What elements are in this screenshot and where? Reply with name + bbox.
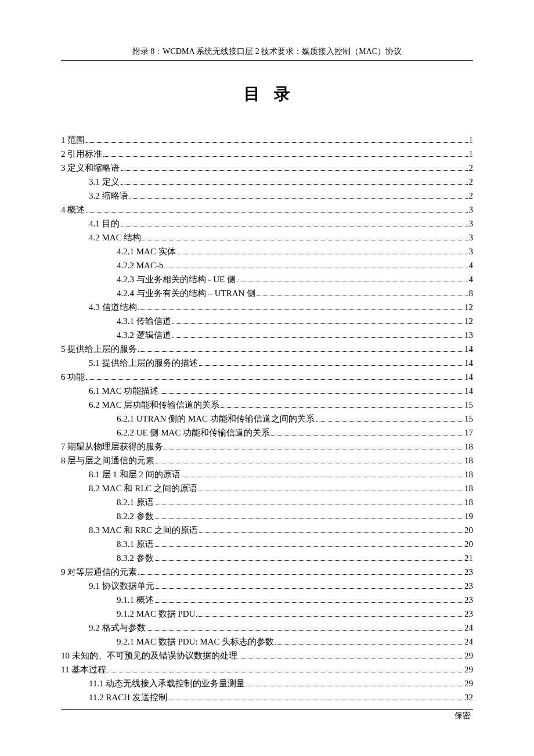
toc-entry-label: 4.3.2 逻辑信道 [117,328,171,342]
toc-entry-page: 17 [464,426,473,440]
toc-entry-page: 15 [464,398,473,412]
toc-entry: 4.2 MAC 结构3 [61,231,473,244]
toc-leader-dots [164,268,467,268]
toc-leader-dots [107,672,463,672]
toc-entry-page: 1 [469,147,474,161]
toc-entry: 4.1 目的3 [61,217,473,231]
toc-entry-label: 9.1 协议数据单元 [89,579,154,593]
toc-leader-dots [160,393,463,394]
toc-entry-label: 4.2 MAC 结构 [89,231,141,244]
toc-entry-label: 3.1 定义 [89,175,120,189]
toc-entry: 3 定义和缩略语2 [61,161,473,175]
toc-entry-label: 6.1 MAC 功能描述 [89,384,158,398]
footer-area: 保密 [61,705,473,721]
toc-entry: 8.2.2 参数19 [61,509,473,523]
toc-entry-label: 10 未知的、不可预见的及错误协议数据的处理 [61,649,237,663]
toc-entry: 9.2 格式与参数24 [61,621,473,635]
page-header: 附录 8：WCDMA 系统无线接口层 2 技术要求：媒质接入控制（MAC）协议 [61,46,473,59]
toc-entry-label: 4.2.4 与业务有关的结构 – UTRAN 侧 [117,286,255,300]
toc-entry-page: 12 [464,314,473,328]
toc-title: 目录 [61,83,473,105]
toc-entry-label: 8.3.1 原语 [117,537,154,551]
toc-entry-label: 4.2.2 MAC-b [117,258,163,272]
toc-leader-dots [138,574,463,575]
toc-entry-label: 6.2.1 UTRAN 侧的 MAC 功能和传输信道之间的关系 [117,412,315,426]
toc-entry: 8.2 MAC 和 RLC 之间的原语18 [61,481,473,495]
toc-leader-dots [172,337,463,338]
toc-entry: 6.1 MAC 功能描述14 [61,384,473,398]
toc-leader-dots [316,421,463,422]
toc-leader-dots [156,588,464,589]
toc-leader-dots [275,644,463,645]
toc-entry-label: 7 期望从物理层获得的服务 [61,440,163,453]
toc-entry-label: 6 功能 [61,370,85,384]
toc-entry-page: 14 [464,342,473,356]
toc-entry-label: 3.2 缩略语 [89,189,128,203]
toc-entry-page: 19 [464,509,473,523]
toc-leader-dots [199,532,463,533]
toc-entry: 6.2 MAC 层功能和传输信道的关系15 [61,398,473,412]
toc-entry-page: 24 [464,621,473,635]
toc-entry-page: 29 [464,676,473,690]
toc-entry-page: 8 [469,286,474,300]
footer-rule [61,709,473,710]
toc-leader-dots [147,630,464,631]
toc-entry-page: 23 [464,593,473,607]
toc-leader-dots [142,240,467,240]
toc-entry: 11.1 动态无线接入承载控制的业务量测量29 [61,676,473,690]
toc-leader-dots [138,309,464,310]
toc-entry-label: 4.2.3 与业务相关的结构 - UE 侧 [117,272,236,286]
toc-entry-page: 18 [464,440,473,453]
toc-entry-label: 8.1 层 1 和层 2 间的原语 [89,467,181,481]
toc-leader-dots [199,491,463,491]
toc-leader-dots [155,505,463,505]
toc-entry-label: 8.2.1 原语 [117,495,154,509]
toc-leader-dots [246,686,463,686]
toc-leader-dots [199,365,464,366]
toc-entry-page: 20 [464,523,473,537]
toc-entry-page: 32 [464,690,473,704]
toc-entry-label: 9.2 格式与参数 [89,621,146,635]
toc-leader-dots [121,184,468,185]
toc-entry-label: 11.2 RACH 发送控制 [89,690,167,704]
toc-entry-page: 23 [464,579,473,593]
toc-entry: 4.2.3 与业务相关的结构 - UE 侧4 [61,272,473,286]
toc-entry: 3.1 定义2 [61,175,473,189]
toc-leader-dots [155,602,463,603]
toc-entry-label: 8.3 MAC 和 RRC 之间的原语 [89,523,198,537]
toc-leader-dots [138,351,463,352]
toc-leader-dots [86,142,467,143]
toc-entry: 4.2.2 MAC-b4 [61,258,473,272]
toc-entry-label: 4.2.1 MAC 实体 [117,244,176,258]
toc-entry-page: 13 [464,328,473,342]
toc-leader-dots [156,463,463,463]
toc-entry: 9 对等层通信的元素23 [61,565,473,579]
header-rule [61,60,473,61]
toc-entry-label: 4.3 信道结构 [89,300,137,314]
document-page: 附录 8：WCDMA 系统无线接口层 2 技术要求：媒质接入控制（MAC）协议 … [0,0,534,756]
toc-entry-page: 18 [464,453,473,467]
toc-entry: 8.3.2 参数21 [61,551,473,565]
toc-leader-dots [164,449,463,449]
toc-leader-dots [271,435,463,435]
toc-entry-label: 9.1.1 概述 [117,593,154,607]
toc-leader-dots [121,170,467,171]
toc-entry: 2 引用标准1 [61,147,473,161]
toc-leader-dots [121,226,468,226]
toc-entry-page: 23 [464,565,473,579]
toc-entry-label: 1 范围 [61,133,85,147]
toc-entry-label: 2 引用标准 [61,147,102,161]
toc-entry-label: 8.2 MAC 和 RLC 之间的原语 [89,481,197,495]
toc-entry-page: 14 [464,370,473,384]
toc-entry: 9.2.1 MAC 数据 PDU: MAC 头标志的参数24 [61,635,473,649]
toc-entry-page: 18 [464,467,473,481]
page-footer: 保密 [61,711,473,721]
toc-entry-label: 5 提供给上层的服务 [61,342,137,356]
toc-entry-label: 4.1 目的 [89,217,120,231]
toc-entry-page: 14 [464,356,473,370]
toc-entry: 4.3.2 逻辑信道13 [61,328,473,342]
toc-entry: 4.3.1 传输信道12 [61,314,473,328]
toc-leader-dots [221,407,463,408]
toc-entry-label: 9 对等层通信的元素 [61,565,137,579]
toc-entry-page: 15 [464,412,473,426]
